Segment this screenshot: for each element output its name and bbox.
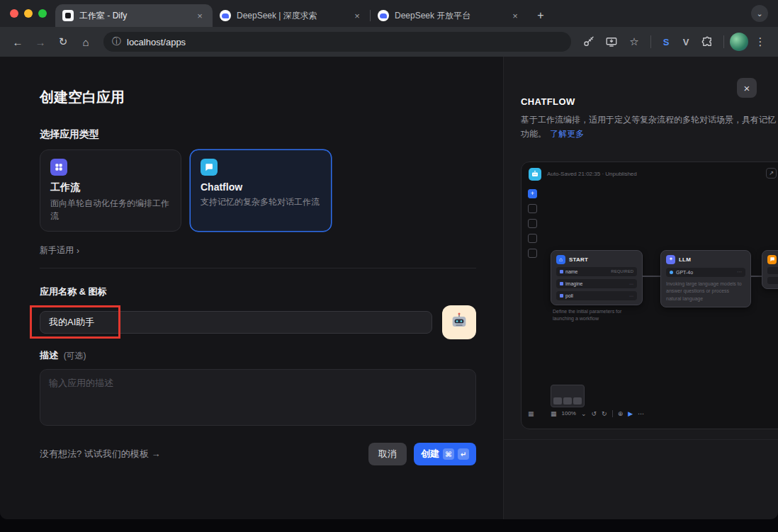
create-label: 创建 [421, 448, 439, 460]
app-name-label: 应用名称 & 图标 [40, 285, 503, 298]
close-button[interactable]: × [737, 78, 757, 98]
tab-title: DeepSeek 开放平台 [395, 10, 504, 22]
panel-divider [504, 439, 778, 440]
tab-dify-studio[interactable]: 工作室 - Dify × [55, 4, 213, 27]
chatflow-icon [201, 159, 218, 176]
preview-app-icon [529, 168, 541, 181]
node-title: LLM [679, 256, 691, 263]
address-bar[interactable]: ⓘ localhost/apps [103, 32, 571, 52]
learn-more-link[interactable]: 了解更多 [550, 129, 584, 139]
app-name-row [40, 305, 476, 339]
deepseek-favicon [378, 10, 389, 21]
profile-avatar[interactable] [730, 33, 748, 51]
deepseek-favicon [220, 10, 231, 21]
variable-icon [560, 294, 563, 298]
field-name: poll [565, 293, 627, 298]
cast-icon[interactable] [601, 31, 622, 52]
start-field: poll ⋯ [556, 291, 637, 300]
password-manager-icon[interactable] [578, 31, 599, 52]
create-app-form: 创建空白应用 选择应用类型 工作流 面向单轮自动化任务的编排工作流 Chatfl… [0, 57, 503, 519]
cmd-key-icon: ⌘ [443, 448, 454, 460]
add-node-button[interactable]: + [528, 189, 537, 198]
card-description: 面向单轮自动化任务的编排工作流 [50, 197, 171, 222]
divider [40, 268, 476, 268]
beginner-label: 新手适用 [40, 244, 74, 256]
new-tab-button[interactable]: + [531, 6, 551, 26]
llm-node-description: Invoking large language models to answer… [666, 281, 745, 303]
node-title: START [569, 256, 588, 263]
minimap-toggle-icon[interactable]: ▦ [528, 410, 534, 417]
fullscreen-window-button[interactable] [38, 9, 47, 18]
add-block-icon[interactable]: ⊕ [618, 410, 624, 417]
llm-node[interactable]: LLM GPT-4o ⋯ Invoking large language mod… [660, 250, 751, 308]
footer-buttons: 取消 创建 ⌘ ↵ [368, 443, 476, 465]
app-icon-picker[interactable] [442, 305, 476, 339]
canvas-topbar: Auto-Saved 21:02:35 · Unpublished [529, 168, 637, 181]
rail-tool-icon[interactable] [528, 234, 537, 243]
app-description-input[interactable] [40, 369, 476, 426]
close-window-button[interactable] [10, 9, 18, 18]
site-info-icon[interactable]: ⓘ [112, 35, 121, 48]
chip-menu-icon: ⋯ [737, 269, 742, 275]
zoom-level[interactable]: 100% [562, 410, 576, 417]
bookmark-star-icon[interactable]: ☆ [624, 31, 645, 52]
canvas-minimap[interactable] [551, 385, 585, 407]
back-button[interactable]: ← [7, 31, 28, 52]
pointer-tool-icon[interactable]: ▶ [628, 410, 633, 417]
tab-deepseek-chat[interactable]: DeepSeek | 深度求索 × [213, 4, 370, 27]
rail-tool-icon[interactable] [528, 204, 537, 213]
field-menu-icon: ⋯ [629, 293, 633, 298]
tab-strip: 工作室 - Dify × DeepSeek | 深度求索 × DeepSeek … [0, 0, 778, 27]
rail-tool-icon[interactable] [528, 249, 537, 258]
zoom-menu-icon[interactable]: ⌄ [581, 410, 587, 417]
undo-icon[interactable]: ↺ [592, 410, 597, 417]
browser-menu-icon[interactable]: ⋮ [750, 31, 771, 52]
answer-node[interactable]: ANSWER [762, 250, 778, 289]
field-menu-icon: ⋯ [629, 281, 633, 286]
model-chip: GPT-4o ⋯ [666, 268, 745, 277]
cancel-button[interactable]: 取消 [368, 443, 407, 465]
preview-title: CHATFLOW [521, 96, 778, 107]
extension-v-icon[interactable]: V [677, 33, 695, 51]
toolbar-divider [650, 35, 651, 48]
extension-s-icon[interactable]: S [657, 33, 675, 51]
tab-deepseek-platform[interactable]: DeepSeek 开放平台 × [371, 4, 528, 27]
description-label-text: 描述 [40, 350, 58, 361]
template-link[interactable]: 没有想法? 试试我们的模板 → [40, 448, 160, 460]
chevron-right-icon: › [77, 246, 79, 256]
layout-icon[interactable]: ▦ [551, 410, 557, 417]
start-node[interactable]: ⌂ START name REQUIRED imagine ⋯ poll ⋯ [551, 250, 643, 305]
answer-node-icon [767, 255, 777, 264]
page-title: 创建空白应用 [40, 88, 503, 107]
tab-close-icon[interactable]: × [194, 10, 205, 21]
field-name: imagine [565, 281, 627, 286]
skeleton-row [767, 277, 778, 284]
app-name-input[interactable] [40, 311, 432, 334]
tab-close-icon[interactable]: × [509, 10, 521, 21]
tab-search-button[interactable]: ⌄ [751, 5, 768, 22]
preview-description: 基于工作流编排，适用于定义等复杂流程的多轮对话场景，具有记忆功能。 了解更多 [521, 113, 778, 142]
beginner-link[interactable]: 新手适用 › [40, 244, 79, 256]
redo-icon[interactable]: ↻ [602, 410, 607, 417]
external-link-icon[interactable]: ↗ [766, 168, 777, 179]
rail-tool-icon[interactable] [528, 219, 537, 228]
node-header: ⌂ START [556, 255, 637, 264]
tab-title: 工作室 - Dify [79, 10, 188, 22]
canvas-controls: ▦ 100% ⌄ ↺ ↻ ⊕ ▶ ⋯ [551, 410, 644, 417]
app-type-card-chatflow[interactable]: Chatflow 支持记忆的复杂多轮对话工作流 [190, 149, 332, 232]
forward-button[interactable]: → [30, 31, 51, 52]
tab-close-icon[interactable]: × [351, 10, 363, 21]
more-tools-icon[interactable]: ⋯ [638, 410, 644, 417]
minimize-window-button[interactable] [24, 9, 33, 18]
app-type-card-workflow[interactable]: 工作流 面向单轮自动化任务的编排工作流 [40, 149, 181, 232]
url-text: localhost/apps [127, 37, 186, 47]
reload-button[interactable]: ↻ [52, 31, 74, 52]
controls-divider [612, 410, 613, 417]
start-field: name REQUIRED [556, 267, 637, 276]
create-button[interactable]: 创建 ⌘ ↵ [414, 443, 476, 465]
description-label: 描述 (可选) [40, 349, 503, 362]
start-node-icon: ⌂ [556, 255, 565, 264]
home-button[interactable]: ⌂ [75, 31, 96, 52]
skeleton-row [767, 267, 778, 274]
extensions-puzzle-icon[interactable] [697, 31, 718, 52]
